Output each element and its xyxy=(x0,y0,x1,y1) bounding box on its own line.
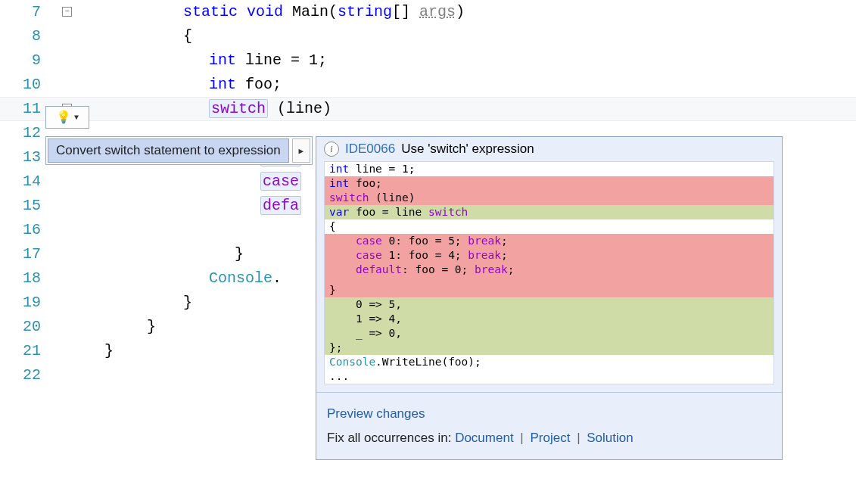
line-number: 16 xyxy=(0,218,45,242)
code-content: defa xyxy=(100,194,301,218)
line-number: 15 xyxy=(0,194,45,218)
code-content: } xyxy=(100,242,244,266)
code-content: } xyxy=(100,339,114,363)
line-number: 8 xyxy=(0,24,45,48)
lightbulb-button[interactable]: 💡 ▼ xyxy=(45,106,89,129)
code-content: case xyxy=(100,170,301,194)
fix-document-link[interactable]: Document xyxy=(455,431,513,445)
line-number: 17 xyxy=(0,242,45,266)
line-number: 22 xyxy=(0,363,45,387)
code-fix-preview-panel: i IDE0066 Use 'switch' expression int li… xyxy=(316,136,783,460)
code-content: static void Main(string[] args) xyxy=(100,0,465,24)
preview-header: i IDE0066 Use 'switch' expression xyxy=(316,137,782,161)
code-content: switch (line) xyxy=(100,97,332,121)
line-number: 7 xyxy=(0,0,45,24)
lightbulb-icon: 💡 xyxy=(56,110,71,125)
code-content: Console. xyxy=(100,266,282,291)
line-number: 18 xyxy=(0,266,45,291)
fix-solution-link[interactable]: Solution xyxy=(587,431,633,445)
code-line-active[interactable]: 11 − switch (line) xyxy=(0,97,856,121)
code-content: int line = 1; xyxy=(100,48,327,73)
line-number: 13 xyxy=(0,145,45,170)
code-content: int foo; xyxy=(100,73,282,97)
info-icon: i xyxy=(324,142,339,157)
code-line[interactable]: 9 int line = 1; xyxy=(0,48,856,73)
code-content: } xyxy=(100,291,192,315)
line-number: 21 xyxy=(0,339,45,363)
fix-project-link[interactable]: Project xyxy=(530,431,570,445)
diff-preview: int line = 1; int foo; switch (line) var… xyxy=(324,161,774,384)
quick-actions-popup: Convert switch statement to expression ▶ xyxy=(45,136,313,165)
line-number: 9 xyxy=(0,48,45,73)
code-content: { xyxy=(100,24,192,48)
code-content: } xyxy=(100,315,156,339)
action-expand-button[interactable]: ▶ xyxy=(292,138,310,163)
chevron-down-icon: ▼ xyxy=(74,114,79,122)
code-line[interactable]: 8 { xyxy=(0,24,856,48)
line-number: 11 xyxy=(0,97,45,121)
line-number: 14 xyxy=(0,170,45,194)
action-label: Convert switch statement to expression xyxy=(56,143,281,158)
line-number: 20 xyxy=(0,315,45,339)
line-number: 12 xyxy=(0,121,45,145)
collapse-toggle-icon[interactable]: − xyxy=(62,7,72,17)
chevron-right-icon: ▶ xyxy=(298,146,303,156)
action-convert-switch[interactable]: Convert switch statement to expression xyxy=(48,138,289,163)
code-line[interactable]: 7 − static void Main(string[] args) xyxy=(0,0,856,24)
line-number: 10 xyxy=(0,73,45,97)
diagnostic-id: IDE0066 xyxy=(345,142,395,157)
code-line[interactable]: 10 int foo; xyxy=(0,73,856,97)
line-number: 19 xyxy=(0,291,45,315)
fix-all-label: Fix all occurrences in: xyxy=(327,431,455,445)
preview-footer: Preview changes Fix all occurrences in: … xyxy=(316,392,782,459)
preview-changes-link[interactable]: Preview changes xyxy=(327,406,425,421)
diagnostic-description: Use 'switch' expression xyxy=(401,142,534,157)
